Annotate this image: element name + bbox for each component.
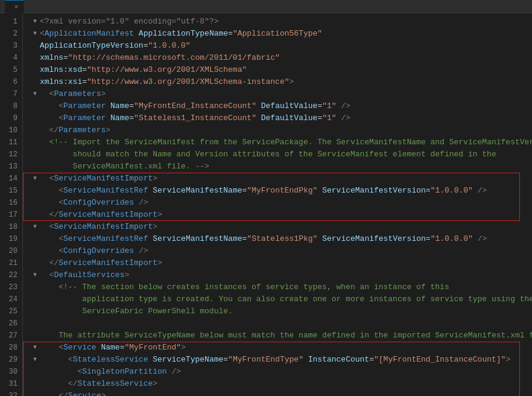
title-bar: ✕ [0, 0, 532, 13]
code-line: <SingletonPartition /> [30, 366, 532, 378]
code-line: <Parameter Name="MyFrontEnd_InstanceCoun… [30, 100, 532, 112]
code-line: </Service> [30, 390, 532, 396]
code-line: ▼<?xml version="1.0" encoding="utf-8"?> [30, 16, 532, 28]
code-line: xmlns:xsi="http://www.w3.org/2001/XMLSch… [30, 76, 532, 88]
code-line: should match the Name and Version attrib… [30, 148, 532, 161]
line-numbers: 1234567891011121314151617181920212223242… [0, 13, 23, 396]
collapse-arrow[interactable]: ▼ [30, 342, 40, 354]
collapse-arrow[interactable]: ▼ [30, 269, 40, 281]
collapse-arrow[interactable]: ▼ [30, 16, 40, 28]
code-line: </StatelessService> [30, 378, 532, 390]
code-line: ServiceManifest.xml file. --> [30, 161, 532, 173]
code-line: ▼ <ServiceManifestImport> [30, 173, 532, 185]
collapse-arrow[interactable]: ▼ [30, 173, 40, 185]
code-line: ▼ <StatelessService ServiceTypeName="MyF… [30, 354, 532, 366]
code-line: ▼ <ServiceManifestImport> [30, 221, 532, 233]
code-line: <ConfigOverrides /> [30, 245, 532, 257]
code-line: </ServiceManifestImport> [30, 209, 532, 221]
code-content: ▼<?xml version="1.0" encoding="utf-8"?>▼… [23, 13, 532, 396]
code-line: </ServiceManifestImport> [30, 257, 532, 269]
code-line: xmlns="http://schemas.microsoft.com/2011… [30, 52, 532, 64]
editor-area: 1234567891011121314151617181920212223242… [0, 13, 532, 396]
code-line: <ServiceManifestRef ServiceManifestName=… [30, 233, 532, 245]
code-line: <!-- The section below creates instances… [30, 281, 532, 293]
code-line: The attribute ServiceTypeName below must… [30, 330, 532, 342]
code-line: ▼ <Service Name="MyFrontEnd"> [30, 342, 532, 354]
code-line [30, 318, 532, 330]
code-line: <!-- Import the ServiceManifest from the… [30, 136, 532, 148]
code-line: </Parameters> [30, 124, 532, 136]
code-line: <ConfigOverrides /> [30, 197, 532, 209]
code-line: ApplicationTypeVersion="1.0.0.0" [30, 40, 532, 52]
code-line: ▼<ApplicationManifest ApplicationTypeNam… [30, 28, 532, 40]
code-line: application type is created. You can als… [30, 293, 532, 305]
code-line: ServiceFabric PowerShell module. [30, 305, 532, 318]
code-line: <Parameter Name="Stateless1_InstanceCoun… [30, 112, 532, 124]
code-line: xmlns:xsd="http://www.w3.org/2001/XMLSch… [30, 64, 532, 76]
code-line: <ServiceManifestRef ServiceManifestName=… [30, 185, 532, 197]
code-wrapper: ▼<?xml version="1.0" encoding="utf-8"?>▼… [23, 13, 532, 396]
collapse-arrow[interactable]: ▼ [30, 354, 40, 366]
collapse-arrow[interactable]: ▼ [30, 28, 40, 40]
collapse-arrow[interactable]: ▼ [30, 221, 40, 233]
code-line: ▼ <Parameters> [30, 88, 532, 100]
collapse-arrow[interactable]: ▼ [30, 88, 40, 100]
tab[interactable]: ✕ [5, 0, 24, 13]
code-line: ▼ <DefaultServices> [30, 269, 532, 281]
close-icon[interactable]: ✕ [14, 3, 18, 10]
